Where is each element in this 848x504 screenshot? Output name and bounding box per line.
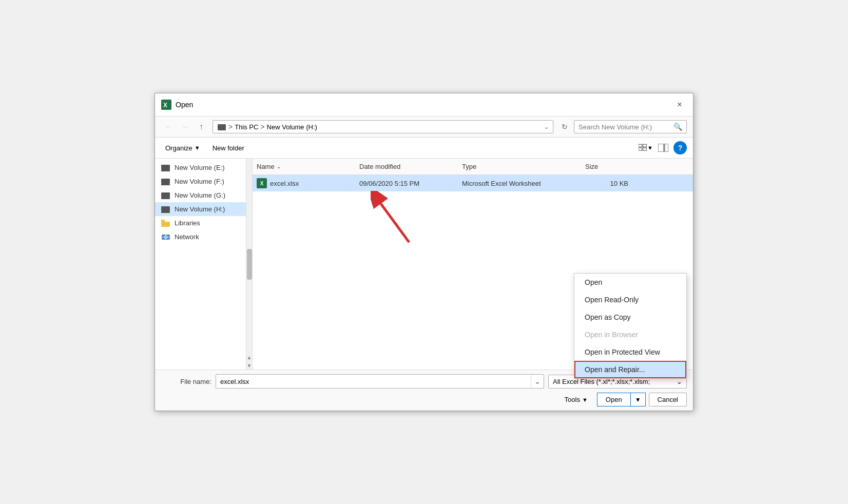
context-menu-open-readonly[interactable]: Open Read-Only [574, 291, 686, 308]
file-date-text: 09/06/2020 5:15 PM [359, 180, 419, 187]
col-header-name[interactable]: Name ⌄ [253, 161, 355, 172]
grid-view-icon [639, 144, 647, 152]
forward-icon: → [181, 123, 188, 131]
nav-bar: ← → ↑ > This PC > New Volume (H:) ⌄ ↻ [155, 117, 693, 138]
file-name-cell: X excel.xlsx [253, 178, 355, 188]
preview-pane-button[interactable] [656, 141, 670, 155]
filename-label: File name: [180, 378, 211, 385]
new-folder-button[interactable]: New folder [208, 142, 248, 154]
dialog-title: Open [176, 101, 193, 109]
filename-input[interactable] [216, 375, 531, 388]
sidebar-item-network[interactable]: Network [155, 230, 246, 244]
filename-input-wrap[interactable]: ⌄ [216, 374, 544, 389]
sidebar: New Volume (E:) New Volume (F:) [155, 159, 253, 370]
svg-rect-16 [161, 206, 170, 211]
filename-dropdown-icon[interactable]: ⌄ [531, 375, 544, 388]
file-type-text: Microsoft Excel Worksheet [462, 180, 541, 187]
svg-rect-7 [643, 148, 647, 150]
open-dropdown-button[interactable]: ▼ [630, 393, 646, 406]
help-label: ? [678, 144, 683, 152]
drive-f-icon [161, 178, 170, 185]
address-bar[interactable]: > This PC > New Volume (H:) ⌄ [213, 120, 553, 133]
svg-rect-5 [643, 144, 647, 147]
svg-rect-17 [161, 211, 170, 213]
sidebar-label-e: New Volume (E:) [175, 164, 225, 171]
buttons-row: Tools ▼ Open ▼ Cancel [161, 393, 687, 406]
file-size-cell: 10 KB [581, 180, 632, 187]
svg-rect-12 [161, 179, 170, 183]
sidebar-label-f: New Volume (F:) [175, 178, 224, 185]
libraries-icon [161, 220, 170, 227]
sidebar-scrollbar[interactable]: ▲ ▼ [246, 159, 252, 370]
context-open-as-copy-label: Open as Copy [585, 313, 631, 321]
file-name-text: excel.xlsx [270, 180, 299, 187]
open-button-group: Open ▼ [597, 393, 646, 406]
svg-rect-3 [218, 129, 226, 130]
sidebar-scrollbar-thumb [247, 249, 252, 280]
col-size-label: Size [585, 163, 598, 170]
drive-g-icon [161, 192, 170, 199]
col-type-label: Type [462, 163, 476, 170]
table-row[interactable]: X excel.xlsx 09/06/2020 5:15 PM Microsof… [253, 175, 693, 191]
open-button[interactable]: Open [597, 393, 630, 406]
view-dropdown-icon: ▼ [647, 145, 653, 151]
sidebar-label-libraries: Libraries [175, 219, 200, 227]
up-icon: ↑ [199, 122, 203, 131]
file-size-text: 10 KB [610, 180, 628, 187]
address-dropdown-icon[interactable]: ⌄ [544, 124, 549, 130]
search-input[interactable] [579, 123, 673, 131]
address-volume: New Volume (H:) [267, 123, 317, 131]
context-menu: Open Open Read-Only Open as Copy Open in… [574, 273, 687, 379]
sidebar-item-h[interactable]: New Volume (H:) [155, 202, 246, 216]
toolbar-right: ▼ ? [639, 141, 687, 155]
context-open-in-browser-label: Open in Browser [585, 331, 638, 339]
drive-e-icon [161, 164, 170, 171]
open-dialog: X Open × ← → ↑ > This PC > [155, 93, 693, 411]
close-button[interactable]: × [672, 98, 687, 112]
sidebar-item-f[interactable]: New Volume (F:) [155, 175, 246, 188]
toolbar: Organize ▼ New folder ▼ [155, 138, 693, 159]
up-button[interactable]: ↑ [194, 120, 208, 134]
forward-button[interactable]: → [178, 120, 192, 134]
tools-button[interactable]: Tools ▼ [558, 393, 594, 406]
view-button[interactable]: ▼ [639, 141, 653, 155]
svg-rect-15 [161, 197, 170, 199]
col-header-type[interactable]: Type [458, 161, 581, 172]
search-icon: 🔍 [673, 123, 682, 131]
open-dropdown-arrow-icon: ▼ [635, 396, 641, 403]
context-menu-open-as-copy[interactable]: Open as Copy [574, 308, 686, 326]
context-menu-open-protected[interactable]: Open in Protected View [574, 343, 686, 361]
context-menu-open[interactable]: Open [574, 274, 686, 291]
sidebar-item-libraries[interactable]: Libraries [155, 216, 246, 230]
sidebar-scroll-down[interactable]: ▼ [246, 363, 252, 369]
sidebar-item-e[interactable]: New Volume (E:) [155, 161, 246, 175]
open-label: Open [606, 396, 622, 403]
search-bar[interactable]: 🔍 [574, 120, 687, 133]
preview-pane-icon [658, 144, 668, 152]
back-button[interactable]: ← [161, 120, 176, 134]
cancel-button[interactable]: Cancel [649, 393, 687, 406]
title-bar-left: X Open [161, 100, 193, 110]
new-folder-label: New folder [213, 144, 244, 152]
organize-button[interactable]: Organize ▼ [161, 142, 204, 154]
col-header-size[interactable]: Size [581, 161, 632, 172]
col-header-date[interactable]: Date modified [355, 161, 458, 172]
context-menu-open-repair[interactable]: Open and Repair... [574, 361, 686, 378]
back-icon: ← [165, 123, 172, 131]
svg-rect-6 [639, 148, 642, 150]
sidebar-scroll-up[interactable]: ▲ [246, 355, 252, 360]
help-button[interactable]: ? [673, 141, 687, 154]
file-excel-icon: X [257, 178, 267, 188]
sidebar-item-g[interactable]: New Volume (G:) [155, 188, 246, 202]
sidebar-label-network: Network [175, 233, 199, 241]
context-open-readonly-label: Open Read-Only [585, 296, 639, 304]
context-open-label: Open [585, 278, 602, 286]
svg-rect-8 [658, 144, 664, 152]
cancel-label: Cancel [658, 396, 678, 403]
refresh-button[interactable]: ↻ [557, 120, 572, 134]
organize-label: Organize [165, 144, 192, 152]
address-separator2: > [260, 123, 264, 131]
refresh-icon: ↻ [562, 123, 568, 131]
svg-rect-10 [161, 165, 170, 169]
file-type-cell: Microsoft Excel Worksheet [458, 180, 581, 187]
